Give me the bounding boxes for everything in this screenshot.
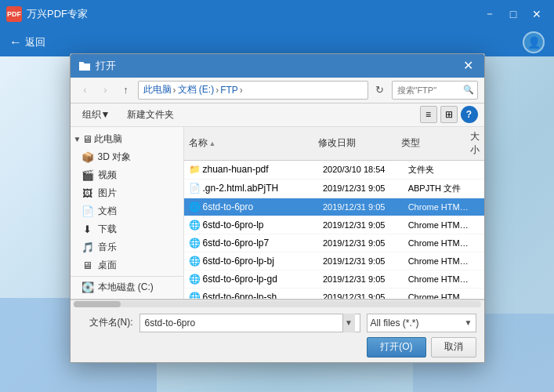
downloads-label: 下载 — [98, 223, 117, 236]
open-button[interactable]: 打开(O) — [367, 337, 425, 358]
file-size — [475, 278, 484, 281]
file-name: 6std-to-6pro-lp-gd — [203, 274, 277, 285]
file-size — [475, 205, 484, 209]
file-row[interactable]: 📁 zhuan-huan-pdf 2020/3/10 18:54 文件夹 — [184, 161, 484, 180]
file-name-cell: 🌐 6std-to-6pro-lp-gd — [184, 272, 318, 286]
nav-up-button[interactable]: ↑ — [118, 82, 135, 99]
file-name-cell: 🌐 6std-to-6pro-lp-sh — [184, 290, 318, 299]
sidebar-item-desktop[interactable]: 🖥 桌面 — [71, 256, 183, 274]
documents-icon: 📄 — [81, 205, 94, 217]
nav-bar: ‹ › ↑ 此电脑 › 文档 (E:) › FTP › ↻ 🔍 — [71, 78, 484, 103]
file-name-cell: 🌐 6std-to-6pro-lp — [184, 218, 318, 232]
col-date-header[interactable]: 修改日期 — [313, 135, 396, 151]
breadcrumb-sep1: › — [173, 85, 176, 96]
col-size-label: 大小 — [470, 130, 480, 157]
sort-arrow-icon: ▲ — [209, 140, 216, 147]
help-icon: ? — [466, 109, 472, 120]
file-icon: 📄 — [189, 183, 201, 194]
sidebar-item-computer[interactable]: ▼ 🖥 此电脑 — [71, 130, 183, 148]
file-icon: 🌐 — [189, 292, 201, 299]
content-area: ▼ 🖥 此电脑 📦 3D 对象 🎬 视频 🖼 图片 📄 — [71, 127, 484, 299]
dialog-close-button[interactable]: ✕ — [461, 58, 476, 74]
desktop-label: 桌面 — [98, 259, 117, 272]
file-name-cell: 🌐 6std-to-6pro — [184, 200, 318, 214]
sidebar-item-drive-c[interactable]: 💽 本地磁盘 (C:) — [71, 278, 183, 296]
file-size — [475, 296, 484, 299]
filename-input[interactable] — [145, 318, 342, 328]
file-name: zhuan-huan-pdf — [203, 164, 269, 175]
scroll-track — [74, 301, 481, 307]
file-date: 2019/12/31 9:05 — [318, 237, 404, 249]
breadcrumb-sep2: › — [215, 85, 219, 96]
breadcrumb-sep3: › — [240, 85, 243, 96]
col-type-header[interactable]: 类型 — [396, 135, 465, 151]
sidebar-item-drive-d[interactable]: 💽 软件 (D:) — [71, 296, 183, 299]
tiles-view-button[interactable]: ⊞ — [440, 106, 458, 123]
file-date: 2019/12/31 9:05 — [318, 291, 404, 299]
sidebar: ▼ 🖥 此电脑 📦 3D 对象 🎬 视频 🖼 图片 📄 — [71, 127, 184, 299]
sidebar-item-pictures[interactable]: 🖼 图片 — [71, 184, 183, 202]
new-folder-label: 新建文件夹 — [127, 108, 174, 122]
dialog-overlay: 打开 ✕ ‹ › ↑ 此电脑 › 文档 (E:) › FTP › ↻ 🔍 — [0, 0, 554, 392]
new-folder-button[interactable]: 新建文件夹 — [121, 106, 179, 124]
video-label: 视频 — [98, 169, 117, 182]
nav-forward-button[interactable]: › — [97, 82, 114, 99]
computer-label: 此电脑 — [94, 132, 122, 146]
cancel-label: 取消 — [444, 340, 463, 354]
toolbar2-right: ≡ ⊞ ? — [420, 106, 478, 123]
sidebar-item-music[interactable]: 🎵 音乐 — [71, 238, 183, 256]
file-date: 2019/12/31 9:05 — [318, 201, 404, 213]
horizontal-scrollbar[interactable] — [71, 299, 484, 309]
list-view-button[interactable]: ≡ — [420, 106, 437, 123]
file-icon: 🌐 — [189, 201, 201, 212]
sidebar-item-3d[interactable]: 📦 3D 对象 — [71, 148, 183, 166]
file-list: 名称 ▲ 修改日期 类型 大小 📁 zhuan-huan-pdf — [184, 127, 484, 299]
nav-refresh-button[interactable]: ↻ — [371, 82, 389, 99]
col-name-header[interactable]: 名称 ▲ — [184, 135, 314, 151]
cancel-button[interactable]: 取消 — [431, 337, 476, 358]
music-label: 音乐 — [98, 241, 117, 254]
help-button[interactable]: ? — [461, 106, 478, 123]
action-row: 打开(O) 取消 — [78, 337, 476, 358]
pictures-label: 图片 — [98, 187, 117, 200]
breadcrumb-documents[interactable]: 文档 (E:) — [178, 83, 215, 96]
file-row[interactable]: 🌐 6std-to-6pro 2019/12/31 9:05 Chrome HT… — [184, 198, 484, 216]
dialog-title-bar: 打开 ✕ — [71, 54, 484, 78]
file-name: .gn-2.html.abPjTH — [203, 183, 279, 194]
col-type-label: 类型 — [401, 136, 420, 150]
file-row[interactable]: 🌐 6std-to-6pro-lp 2019/12/31 9:05 Chrome… — [184, 216, 484, 234]
file-row[interactable]: 📄 .gn-2.html.abPjTH 2019/12/31 9:05 ABPJ… — [184, 180, 484, 198]
organize-button[interactable]: 组织▼ — [77, 106, 116, 124]
dialog-title: 打开 — [96, 59, 116, 73]
sidebar-item-documents[interactable]: 📄 文档 — [71, 202, 183, 220]
file-size — [475, 241, 484, 245]
filename-dropdown-button[interactable]: ▼ — [342, 314, 355, 332]
downloads-icon: ⬇ — [81, 223, 94, 235]
drive-c-label: 本地磁盘 (C:) — [98, 281, 154, 294]
filetype-text: All files (*.*) — [371, 318, 465, 328]
sidebar-item-video[interactable]: 🎬 视频 — [71, 166, 183, 184]
file-name-cell: 📁 zhuan-huan-pdf — [184, 162, 318, 176]
file-date: 2020/3/10 18:54 — [318, 163, 404, 176]
file-size — [475, 187, 484, 190]
file-list-header: 名称 ▲ 修改日期 类型 大小 — [184, 127, 484, 161]
file-date: 2019/12/31 9:05 — [318, 219, 404, 231]
file-row[interactable]: 🌐 6std-to-6pro-lp-sh 2019/12/31 9:05 Chr… — [184, 289, 484, 299]
breadcrumb-computer[interactable]: 此电脑 — [143, 83, 172, 96]
filename-input-wrapper: ▼ — [139, 314, 360, 332]
filename-row: 文件名(N): ▼ All files (*.*) ▼ — [78, 314, 476, 332]
breadcrumb-ftp[interactable]: FTP — [220, 85, 238, 96]
file-rows-container: 📁 zhuan-huan-pdf 2020/3/10 18:54 文件夹 📄 .… — [184, 161, 484, 299]
bottom-bar: 文件名(N): ▼ All files (*.*) ▼ 打开(O) 取消 — [71, 309, 484, 362]
nav-back-button[interactable]: ‹ — [77, 82, 94, 99]
sidebar-item-downloads[interactable]: ⬇ 下载 — [71, 220, 183, 238]
search-input[interactable] — [397, 85, 460, 95]
list-view-icon: ≡ — [425, 109, 431, 120]
search-icon: 🔍 — [463, 85, 474, 95]
file-date: 2019/12/31 9:05 — [318, 182, 404, 194]
col-size-header[interactable]: 大小 — [465, 129, 484, 158]
file-row[interactable]: 🌐 6std-to-6pro-lp-bj 2019/12/31 9:05 Chr… — [184, 252, 484, 270]
filetype-select[interactable]: All files (*.*) ▼ — [367, 314, 476, 332]
file-row[interactable]: 🌐 6std-to-6pro-lp7 2019/12/31 9:05 Chrom… — [184, 234, 484, 252]
file-row[interactable]: 🌐 6std-to-6pro-lp-gd 2019/12/31 9:05 Chr… — [184, 270, 484, 289]
